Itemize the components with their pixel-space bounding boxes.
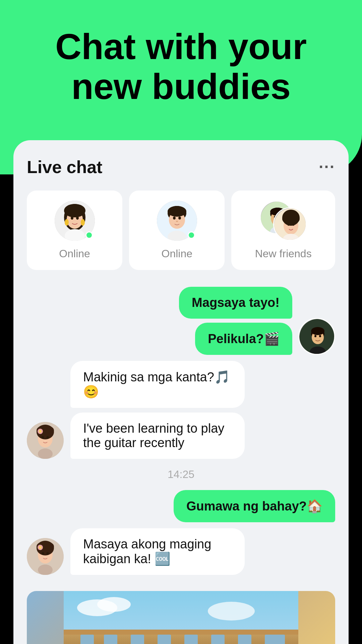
svg-point-6 (71, 216, 73, 220)
svg-point-35 (311, 327, 324, 335)
user-label-3: New friends (255, 248, 312, 260)
svg-point-54 (42, 552, 44, 555)
receiver-avatar-left-2 (27, 538, 64, 575)
svg-point-28 (282, 214, 300, 224)
user-label-2: Online (161, 248, 192, 260)
messages-area: Magsaya tayo! Pelikula?🎬 (27, 287, 335, 644)
svg-rect-66 (131, 635, 144, 644)
svg-point-29 (288, 223, 290, 226)
svg-point-3 (64, 204, 85, 217)
bubble-magsaya: Magsaya tayo! (179, 287, 292, 319)
msg-left-2: Masaya akong maging kaibigan ka! 🆒 (27, 528, 335, 575)
svg-point-56 (38, 565, 53, 575)
user-card-3[interactable]: New friends (231, 191, 335, 270)
user-card-2[interactable]: Online (129, 191, 225, 270)
svg-rect-65 (104, 635, 117, 644)
svg-rect-67 (158, 635, 171, 644)
bubble-makinig: Makinig sa mga kanta?🎵😊 (70, 361, 245, 408)
svg-point-61 (208, 602, 255, 621)
msg-left-1: Makinig sa mga kanta?🎵😊 I've been learni… (27, 361, 335, 459)
msg-right-2: Gumawa ng bahay?🏠 (27, 490, 335, 522)
svg-point-13 (168, 206, 186, 217)
received-bubbles-1: Makinig sa mga kanta?🎵😊 I've been learni… (70, 361, 245, 459)
bubble-masaya: Masaya akong maging kaibigan ka! 🆒 (70, 528, 245, 575)
svg-point-30 (292, 223, 295, 226)
more-options-icon[interactable]: ··· (319, 158, 335, 176)
sender-avatar-right (298, 318, 335, 355)
svg-rect-70 (238, 635, 251, 644)
double-avatar-3 (260, 201, 307, 241)
svg-rect-63 (64, 630, 298, 635)
chat-header: Live chat ··· (27, 157, 335, 177)
user-card-1[interactable]: Online (27, 191, 122, 270)
svg-point-7 (76, 216, 79, 220)
online-dot-1 (85, 231, 93, 239)
bubble-guitar: I've been learning to play the guitar re… (70, 413, 245, 459)
svg-point-14 (173, 216, 176, 219)
bubble-pelikula: Pelikula?🎬 (195, 323, 292, 355)
user-label-1: Online (59, 248, 90, 260)
new-friends-avatar-2 (273, 207, 307, 241)
svg-point-53 (39, 546, 42, 549)
image-preview (27, 591, 335, 644)
receiver-avatar-left-1 (27, 422, 64, 459)
svg-point-45 (42, 436, 44, 439)
svg-rect-64 (80, 635, 94, 644)
timestamp-1425: 14:25 (27, 468, 335, 481)
svg-point-36 (314, 335, 316, 337)
online-dot-2 (188, 231, 195, 239)
msg-right-1: Magsaya tayo! Pelikula?🎬 (27, 287, 335, 355)
svg-rect-68 (184, 635, 198, 644)
avatar-wrap-2 (157, 201, 197, 241)
svg-rect-71 (265, 635, 285, 644)
svg-point-55 (47, 552, 49, 555)
users-row: Online (27, 191, 335, 270)
sent-bubbles-1: Magsaya tayo! Pelikula?🎬 (179, 287, 292, 355)
svg-point-5 (81, 219, 85, 226)
svg-point-16 (176, 221, 178, 222)
svg-rect-69 (211, 635, 225, 644)
live-chat-title: Live chat (27, 157, 102, 177)
received-bubbles-2: Masaya akong maging kaibigan ka! 🆒 (70, 528, 245, 575)
svg-point-47 (38, 448, 53, 459)
svg-point-46 (47, 436, 49, 439)
bubble-gumawa: Gumawa ng bahay?🏠 (174, 490, 335, 522)
svg-point-37 (319, 335, 321, 337)
svg-point-60 (97, 597, 131, 612)
hero-title: Chat with your new buddies (0, 0, 362, 120)
chat-card: Live chat ··· (13, 140, 349, 644)
svg-point-4 (65, 219, 69, 226)
svg-point-44 (39, 430, 42, 433)
avatar-wrap-1 (55, 201, 95, 241)
sent-bubbles-2: Gumawa ng bahay?🏠 (174, 490, 335, 522)
svg-point-15 (178, 216, 181, 219)
